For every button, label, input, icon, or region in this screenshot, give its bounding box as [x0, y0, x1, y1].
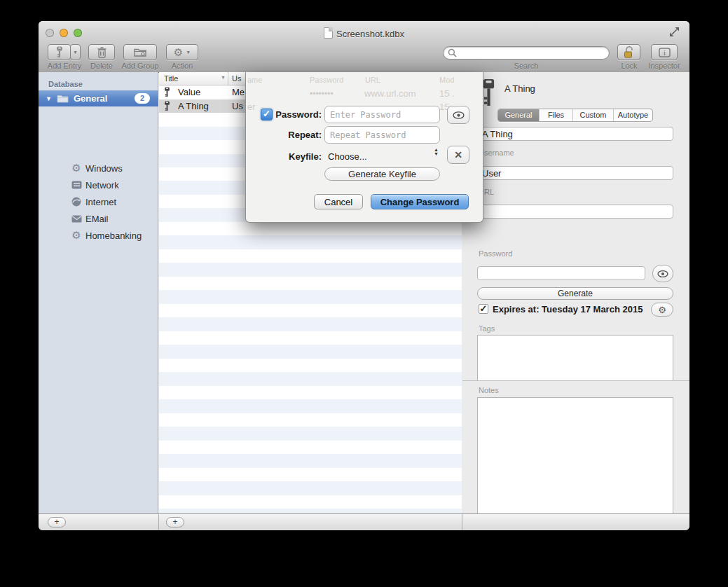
- sidebar-group-general[interactable]: ▼ General 2: [39, 90, 158, 106]
- plus-icon: +: [172, 517, 177, 527]
- sheet-password-input[interactable]: [324, 106, 440, 123]
- notes-input[interactable]: [477, 397, 673, 527]
- gear-icon: ⚙: [70, 162, 83, 174]
- ghost-cell-username2: er: [247, 102, 256, 112]
- sidebar-item-network[interactable]: Network: [39, 177, 158, 193]
- check-icon: ✓: [480, 303, 488, 314]
- keyfile-popup[interactable]: Choose...: [328, 151, 367, 162]
- password-label: Password: [479, 249, 512, 258]
- show-password-button[interactable]: [652, 265, 673, 282]
- disclosure-triangle-icon[interactable]: ▼: [46, 95, 52, 102]
- cell-username: Us: [232, 101, 243, 111]
- document-icon: [324, 27, 333, 39]
- inspector-tabs: General Files Custom Autotype: [497, 109, 653, 122]
- add-group-button[interactable]: [123, 44, 157, 60]
- eye-icon: [657, 270, 668, 277]
- trash-icon: [97, 47, 107, 58]
- action-label: Action: [158, 62, 206, 70]
- add-group-plus-button[interactable]: +: [48, 517, 66, 527]
- keyfile-stepper[interactable]: ▲ ▼: [434, 148, 439, 156]
- change-password-sheet: ame Password URL Mod •••••••• www.url.co…: [245, 72, 483, 223]
- expires-checkbox[interactable]: ✓: [479, 304, 488, 314]
- sidebar-item-label: Internet: [85, 197, 116, 207]
- title-field[interactable]: [477, 127, 673, 141]
- sidebar-item-windows[interactable]: ⚙ Windows: [39, 160, 158, 177]
- sidebar-item-label: EMail: [85, 214, 109, 224]
- add-group-label: Add Group: [116, 62, 164, 70]
- expires-label: Expires at: Tuesday 17 March 2015: [493, 304, 643, 315]
- sidebar-item-email[interactable]: EMail: [39, 210, 158, 227]
- eye-icon: [453, 111, 465, 119]
- bottom-bar-divider: [462, 514, 462, 530]
- password-field[interactable]: [477, 266, 645, 280]
- svg-text:i: i: [664, 49, 666, 56]
- tags-input[interactable]: [477, 335, 673, 380]
- ghost-cell-modified: 15 .: [439, 88, 455, 99]
- key-icon: [56, 46, 63, 58]
- add-entry-dropdown[interactable]: ▼: [70, 44, 81, 60]
- folder-icon: [57, 94, 69, 103]
- generate-keyfile-button[interactable]: Generate Keyfile: [324, 167, 440, 181]
- ghost-header-modified: Mod: [439, 76, 454, 84]
- sort-desc-icon: ▼: [221, 75, 226, 80]
- cancel-button[interactable]: Cancel: [314, 194, 363, 209]
- key-icon: [164, 87, 170, 97]
- section-divider: [462, 380, 689, 381]
- tab-autotype[interactable]: Autotype: [614, 109, 652, 121]
- notes-label: Notes: [479, 386, 499, 394]
- sidebar-section-header: Database: [48, 80, 83, 88]
- gear-icon: ⚙: [658, 305, 666, 315]
- plus-icon: +: [54, 517, 59, 527]
- sidebar-item-homebanking[interactable]: ⚙ Homebanking: [39, 227, 158, 244]
- bottom-bar: + +: [39, 513, 689, 530]
- sheet-repeat-input[interactable]: [324, 126, 440, 144]
- column-title[interactable]: Title: [164, 74, 178, 83]
- delete-button[interactable]: [88, 44, 115, 60]
- username-label: Username: [479, 149, 514, 157]
- search-input[interactable]: [460, 47, 609, 59]
- change-password-button[interactable]: Change Password: [371, 194, 469, 209]
- search-field[interactable]: [443, 46, 610, 60]
- sheet-show-password-button[interactable]: [447, 106, 469, 124]
- add-entry-plus-button[interactable]: +: [166, 517, 184, 527]
- generate-button[interactable]: Generate: [477, 287, 673, 300]
- username-field[interactable]: [477, 166, 673, 180]
- inspector-panel: A Thing General Files Custom Autotype Us…: [462, 72, 689, 513]
- envelope-icon: [70, 215, 83, 223]
- lock-button[interactable]: [617, 44, 640, 60]
- entry-title: A Thing: [504, 83, 535, 94]
- url-field[interactable]: [477, 205, 673, 219]
- ghost-cell-password: ••••••••: [310, 89, 334, 99]
- sidebar: Database ▼ General 2 ⚙ Windows Network: [39, 72, 158, 513]
- folder-plus-icon: [134, 47, 146, 57]
- search-icon: [448, 48, 457, 57]
- chevron-down-icon: ▼: [186, 50, 191, 55]
- tab-general[interactable]: General: [498, 109, 540, 121]
- sidebar-item-label: Windows: [85, 163, 123, 174]
- fullscreen-icon[interactable]: [669, 27, 680, 37]
- search-label: Search: [443, 62, 610, 70]
- tab-files[interactable]: Files: [540, 109, 573, 121]
- action-button[interactable]: ⚙ ▼: [166, 44, 198, 60]
- add-entry-button[interactable]: [48, 44, 71, 60]
- lock-open-icon: [624, 46, 634, 58]
- sidebar-group-label: General: [74, 93, 107, 104]
- titlebar-toolbar: Screenshot.kdbx ▼ Add Entry: [39, 21, 689, 73]
- sidebar-item-label: Network: [85, 180, 119, 191]
- inspector-button[interactable]: i: [651, 44, 678, 60]
- column-username[interactable]: Us: [232, 74, 241, 83]
- ghost-header-url: URL: [365, 76, 380, 84]
- key-icon: [164, 101, 170, 111]
- sidebar-item-internet[interactable]: Internet: [39, 193, 158, 210]
- cell-title: A Thing: [178, 101, 209, 111]
- info-icon: i: [659, 48, 671, 57]
- inspector-label: Inspector: [640, 62, 688, 70]
- stepper-down-icon: ▼: [434, 152, 439, 156]
- keyfile-clear-button[interactable]: ✕: [447, 146, 469, 164]
- expires-gear-button[interactable]: ⚙: [651, 303, 673, 317]
- tab-custom[interactable]: Custom: [573, 109, 614, 121]
- sheet-keyfile-label: Keyfile:: [255, 151, 322, 162]
- chevron-down-icon: ▼: [73, 50, 78, 55]
- app-window: Screenshot.kdbx ▼ Add Entry: [39, 21, 689, 530]
- bottom-bar-divider: [158, 514, 159, 530]
